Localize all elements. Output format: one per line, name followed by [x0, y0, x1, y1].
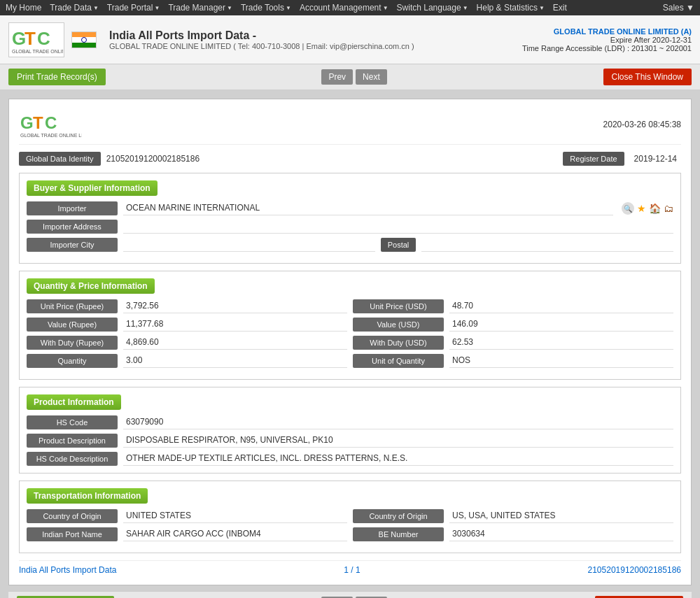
- indian-port-label: Indian Port Name: [27, 527, 118, 541]
- top-navigation: My Home Trade Data ▼ Trade Portal ▼ Trad…: [0, 0, 700, 15]
- footer-right: 21052019120002185186: [588, 565, 681, 575]
- with-duty-usd-value: 62.53: [449, 336, 673, 350]
- register-date-value: 2019-12-14: [630, 152, 681, 166]
- card-icon[interactable]: 🗂: [664, 203, 673, 214]
- svg-text:T: T: [33, 113, 43, 132]
- hs-code-desc-label: HS Code Description: [27, 452, 118, 466]
- hs-code-desc-row: HS Code Description OTHER MADE-UP TEXTIL…: [27, 452, 673, 466]
- transport-title: Transportation Information: [27, 488, 148, 504]
- hs-code-desc-value: OTHER MADE-UP TEXTILE ARTICLES, INCL. DR…: [123, 452, 673, 466]
- next-button[interactable]: Next: [356, 69, 387, 85]
- record-logo: G T C GLOBAL TRADE ONLINE LIMITED: [19, 109, 82, 140]
- gdi-label: Global Data Identity: [19, 152, 101, 166]
- product-section: Product Information HS Code 63079090 Pro…: [19, 387, 681, 474]
- svg-text:GLOBAL TRADE ONLINE LIMITED: GLOBAL TRADE ONLINE LIMITED: [20, 133, 82, 138]
- unit-of-quantity-value: NOS: [449, 354, 673, 368]
- buyer-supplier-section: Buyer & Supplier Information Importer OC…: [19, 173, 681, 264]
- record-card: G T C GLOBAL TRADE ONLINE LIMITED 2020-0…: [8, 99, 692, 585]
- gdi-value: 21052019120002185186: [106, 154, 558, 164]
- hs-code-label: HS Code: [27, 415, 118, 429]
- home-icon[interactable]: 🏠: [649, 203, 661, 214]
- importer-address-row: Importer Address: [27, 220, 673, 234]
- quantity-row: Quantity 3.00 Unit of Quantity NOS: [27, 354, 673, 368]
- unit-price-usd-label: Unit Price (USD): [353, 299, 444, 313]
- toolbar-left: Print Trade Record(s): [8, 69, 106, 85]
- nav-trade-tools[interactable]: Trade Tools ▼: [241, 3, 291, 13]
- company-info: GLOBAL TRADE ONLINE LIMITED ( Tel: 400-7…: [109, 42, 414, 50]
- record-header: G T C GLOBAL TRADE ONLINE LIMITED 2020-0…: [19, 109, 681, 145]
- page-title: India All Ports Import Data -: [109, 29, 414, 42]
- header-right: GLOBAL TRADE ONLINE LIMITED (A) Expire A…: [522, 27, 692, 52]
- svg-text:C: C: [45, 113, 57, 132]
- unit-of-quantity-label: Unit of Quantity: [353, 354, 444, 368]
- postal-label: Postal: [381, 238, 416, 252]
- svg-text:T: T: [24, 28, 36, 49]
- transport-section: Transportation Information Country of Or…: [19, 480, 681, 553]
- time-range: Time Range Accessible (LDR) : 201301 ~ 2…: [522, 44, 692, 52]
- buyer-supplier-title: Buyer & Supplier Information: [27, 180, 158, 196]
- header-left: G T C GLOBAL TRADE ONLINE LIMITED India …: [8, 22, 414, 57]
- svg-text:C: C: [37, 28, 50, 49]
- value-row: Value (Rupee) 11,377.68 Value (USD) 146.…: [27, 318, 673, 332]
- country-origin2-value: US, USA, UNITED STATES: [449, 509, 673, 523]
- unit-price-usd-value: 48.70: [449, 299, 673, 313]
- toolbar-nav: Prev Next: [321, 69, 386, 85]
- nav-trade-manager[interactable]: Trade Manager ▼: [168, 3, 232, 13]
- quantity-value: 3.00: [123, 354, 347, 368]
- nav-left: My Home Trade Data ▼ Trade Portal ▼ Trad…: [6, 3, 567, 13]
- record-date: 2020-03-26 08:45:38: [603, 120, 681, 129]
- nav-help-stats[interactable]: Help & Statistics ▼: [477, 3, 545, 13]
- nav-trade-portal[interactable]: Trade Portal ▼: [107, 3, 160, 13]
- importer-city-label: Importer City: [27, 238, 118, 252]
- footer-center: 1 / 1: [344, 565, 360, 575]
- with-duty-usd-label: With Duty (USD): [353, 336, 444, 350]
- record-footer: India All Ports Import Data 1 / 1 210520…: [19, 560, 681, 575]
- product-desc-row: Product Description DISPOSABLE RESPIRATO…: [27, 434, 673, 448]
- company-logo: G T C GLOBAL TRADE ONLINE LIMITED: [8, 22, 64, 57]
- value-usd-value: 146.09: [449, 318, 673, 332]
- prev-button[interactable]: Prev: [321, 69, 353, 85]
- svg-text:GLOBAL TRADE ONLINE LIMITED: GLOBAL TRADE ONLINE LIMITED: [12, 49, 63, 54]
- register-date-label: Register Date: [563, 152, 624, 166]
- hs-code-value: 63079090: [123, 415, 673, 429]
- quantity-price-title: Quantity & Price Information: [27, 278, 155, 294]
- importer-city-row: Importer City Postal: [27, 238, 673, 252]
- bottom-toolbar: Print Trade Record(s) Prev Next Close Th…: [8, 591, 692, 598]
- postal-value: [421, 238, 673, 252]
- importer-row: Importer OCEAN MARINE INTERNATIONAL 🔍 ★ …: [27, 201, 673, 215]
- unit-price-rupee-label: Unit Price (Rupee): [27, 299, 118, 313]
- page-header: G T C GLOBAL TRADE ONLINE LIMITED India …: [0, 15, 700, 64]
- svg-text:G: G: [20, 113, 34, 132]
- quantity-price-section: Quantity & Price Information Unit Price …: [19, 271, 681, 380]
- importer-address-label: Importer Address: [27, 220, 118, 234]
- country-origin-value: UNITED STATES: [123, 509, 347, 523]
- value-rupee-value: 11,377.68: [123, 318, 347, 332]
- nav-trade-data[interactable]: Trade Data ▼: [50, 3, 99, 13]
- country-origin-row: Country of Origin UNITED STATES Country …: [27, 509, 673, 523]
- search-icon[interactable]: 🔍: [622, 202, 634, 215]
- nav-my-home[interactable]: My Home: [6, 3, 41, 13]
- nav-sales: Sales ▼: [663, 3, 694, 13]
- country-origin2-label: Country of Origin: [353, 509, 444, 523]
- be-number-value: 3030634: [449, 527, 673, 541]
- print-button[interactable]: Print Trade Record(s): [8, 69, 106, 85]
- be-number-label: BE Number: [353, 527, 444, 541]
- importer-address-value: [123, 220, 673, 234]
- main-content: G T C GLOBAL TRADE ONLINE LIMITED 2020-0…: [0, 90, 700, 598]
- quantity-label: Quantity: [27, 354, 118, 368]
- right-company-name: GLOBAL TRADE ONLINE LIMITED (A): [522, 27, 692, 36]
- port-be-row: Indian Port Name SAHAR AIR CARGO ACC (IN…: [27, 527, 673, 541]
- importer-city-value: [123, 238, 375, 252]
- header-title-area: India All Ports Import Data - GLOBAL TRA…: [109, 29, 414, 50]
- star-icon[interactable]: ★: [637, 203, 646, 214]
- country-origin-label: Country of Origin: [27, 509, 118, 523]
- unit-price-row: Unit Price (Rupee) 3,792.56 Unit Price (…: [27, 299, 673, 313]
- nav-exit[interactable]: Exit: [553, 3, 567, 13]
- nav-account-mgmt[interactable]: Account Management ▼: [300, 3, 388, 13]
- value-rupee-label: Value (Rupee): [27, 318, 118, 332]
- importer-label: Importer: [27, 201, 118, 215]
- footer-left: India All Ports Import Data: [19, 565, 116, 575]
- close-window-button[interactable]: Close This Window: [603, 69, 692, 85]
- top-toolbar: Print Trade Record(s) Prev Next Close Th…: [0, 64, 700, 90]
- nav-switch-lang[interactable]: Switch Language ▼: [397, 3, 468, 13]
